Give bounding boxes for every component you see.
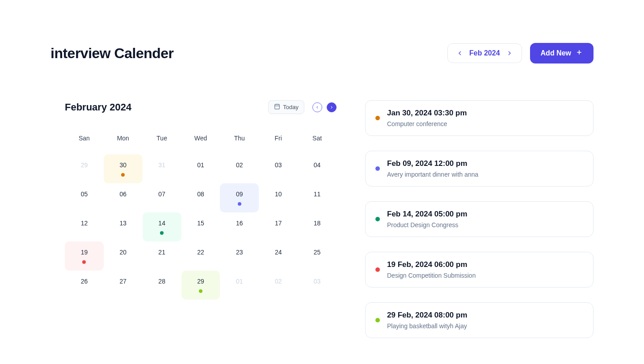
day-cell[interactable]: 25 — [298, 241, 337, 271]
chevron-right-icon[interactable] — [505, 49, 514, 57]
plus-icon — [576, 49, 583, 58]
day-cell[interactable]: 12 — [65, 212, 104, 241]
day-cell[interactable]: 15 — [181, 212, 220, 241]
day-cell[interactable]: 02 — [220, 154, 259, 183]
event-time: Jan 30, 2024 03:30 pm — [387, 109, 467, 118]
header-actions: Feb 2024 Add New — [447, 43, 593, 63]
event-description: Computer conference — [387, 120, 467, 127]
day-number: 07 — [158, 190, 165, 198]
content: February 2024 Today SanMo — [51, 100, 593, 338]
calendar-panel: February 2024 Today SanMo — [51, 100, 337, 300]
days-grid: 2930310102030405060708091011121314151617… — [65, 154, 337, 300]
day-cell[interactable]: 31 — [143, 154, 181, 183]
day-number: 24 — [275, 249, 282, 256]
event-body: 29 Feb, 2024 08:00 pmPlaying basketball … — [387, 311, 467, 330]
day-number: 27 — [119, 278, 126, 285]
day-cell[interactable]: 01 — [220, 271, 259, 300]
day-cell[interactable]: 03 — [298, 271, 337, 300]
day-number: 29 — [81, 161, 88, 169]
day-cell[interactable]: 11 — [298, 183, 337, 212]
day-number: 14 — [158, 220, 165, 227]
month-selector-label: Feb 2024 — [469, 49, 500, 57]
event-body: 19 Feb, 2024 06:00 pmDesign Competition … — [387, 260, 476, 279]
today-label: Today — [283, 104, 299, 110]
event-card[interactable]: Feb 14, 2024 05:00 pmProduct Design Cong… — [365, 201, 593, 237]
day-cell[interactable]: 13 — [104, 212, 143, 241]
day-number: 23 — [236, 249, 243, 256]
day-number: 02 — [275, 278, 282, 285]
day-number: 04 — [314, 161, 321, 169]
day-cell[interactable]: 06 — [104, 183, 143, 212]
event-dot-icon — [82, 260, 86, 264]
day-cell[interactable]: 14 — [143, 212, 181, 241]
event-dot-icon — [375, 166, 380, 171]
day-cell[interactable]: 01 — [181, 154, 220, 183]
day-cell[interactable]: 30 — [104, 154, 143, 183]
event-dot-icon — [375, 116, 380, 120]
day-number: 12 — [81, 220, 88, 227]
event-time: 29 Feb, 2024 08:00 pm — [387, 311, 467, 320]
day-cell[interactable]: 10 — [259, 183, 298, 212]
weekdays-row: SanMonTueWedThuFriSat — [65, 135, 337, 142]
day-cell[interactable]: 29 — [181, 271, 220, 300]
day-cell[interactable]: 29 — [65, 154, 104, 183]
day-cell[interactable]: 26 — [65, 271, 104, 300]
svg-rect-2 — [275, 104, 280, 109]
event-card[interactable]: Jan 30, 2024 03:30 pmComputer conference — [365, 100, 593, 136]
day-number: 18 — [314, 220, 321, 227]
weekday-label: Wed — [181, 135, 220, 142]
day-cell[interactable]: 20 — [104, 241, 143, 271]
event-card[interactable]: Feb 09, 2024 12:00 pmAvery important din… — [365, 151, 593, 186]
add-new-button[interactable]: Add New — [530, 43, 593, 63]
day-number: 02 — [236, 161, 243, 169]
day-cell[interactable]: 16 — [220, 212, 259, 241]
day-cell[interactable]: 09 — [220, 183, 259, 212]
event-description: Design Competition Submission — [387, 272, 476, 279]
event-dot-icon — [199, 289, 202, 293]
day-number: 15 — [197, 220, 204, 227]
day-cell[interactable]: 23 — [220, 241, 259, 271]
day-cell[interactable]: 22 — [181, 241, 220, 271]
day-number: 16 — [236, 220, 243, 227]
day-cell[interactable]: 17 — [259, 212, 298, 241]
next-month-button[interactable] — [327, 102, 337, 112]
day-cell[interactable]: 21 — [143, 241, 181, 271]
day-cell[interactable]: 18 — [298, 212, 337, 241]
day-cell[interactable]: 03 — [259, 154, 298, 183]
day-number: 29 — [197, 278, 204, 285]
day-cell[interactable]: 08 — [181, 183, 220, 212]
day-cell[interactable]: 05 — [65, 183, 104, 212]
day-cell[interactable]: 27 — [104, 271, 143, 300]
chevron-left-icon[interactable] — [456, 49, 464, 57]
day-cell[interactable]: 19 — [65, 241, 104, 271]
event-body: Feb 09, 2024 12:00 pmAvery important din… — [387, 159, 478, 178]
event-description: Avery important dinner with anna — [387, 171, 478, 178]
event-body: Feb 14, 2024 05:00 pmProduct Design Cong… — [387, 210, 467, 229]
weekday-label: Tue — [143, 135, 181, 142]
day-number: 06 — [119, 190, 126, 198]
event-dot-icon — [238, 202, 241, 206]
day-cell[interactable]: 04 — [298, 154, 337, 183]
today-button[interactable]: Today — [268, 100, 304, 114]
event-dot-icon — [121, 173, 125, 177]
day-cell[interactable]: 07 — [143, 183, 181, 212]
event-description: Product Design Congress — [387, 221, 467, 229]
day-number: 19 — [81, 249, 88, 256]
event-card[interactable]: 29 Feb, 2024 08:00 pmPlaying basketball … — [365, 302, 593, 338]
weekday-label: San — [65, 135, 104, 142]
month-selector[interactable]: Feb 2024 — [447, 43, 522, 63]
day-cell[interactable]: 28 — [143, 271, 181, 300]
event-dot-icon — [375, 267, 380, 272]
event-card[interactable]: 19 Feb, 2024 06:00 pmDesign Competition … — [365, 252, 593, 288]
day-cell[interactable]: 02 — [259, 271, 298, 300]
calendar-head-actions: Today — [268, 100, 337, 114]
day-cell[interactable]: 24 — [259, 241, 298, 271]
header: interview Calender Feb 2024 Add New — [51, 43, 593, 63]
day-number: 05 — [81, 190, 88, 198]
event-dot-icon — [375, 217, 380, 221]
weekday-label: Thu — [220, 135, 259, 142]
day-number: 28 — [158, 278, 165, 285]
day-number: 10 — [275, 190, 282, 198]
prev-month-button[interactable] — [312, 102, 322, 112]
add-new-label: Add New — [541, 49, 571, 57]
